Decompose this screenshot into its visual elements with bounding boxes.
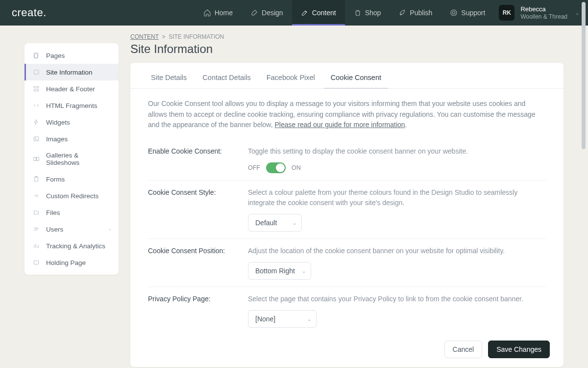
- setting-position: Cookie Consent Position: Adjust the loca…: [148, 239, 546, 287]
- chevron-right-icon: ›: [109, 227, 111, 232]
- privacy-select[interactable]: [None] ⌄: [248, 310, 317, 328]
- user-menu[interactable]: RK Rebecca Woollen & Thread ⌄: [494, 0, 588, 26]
- toggle-knob: [276, 163, 285, 172]
- breadcrumb: CONTENT > SITE INFORMATION: [130, 31, 564, 41]
- sidebar-item-widgets[interactable]: Widgets: [24, 114, 119, 131]
- nav-content[interactable]: Content: [292, 0, 345, 26]
- setting-label: Cookie Consent Position:: [148, 246, 236, 280]
- svg-point-14: [37, 228, 38, 229]
- tab-bar: Site Details Contact Details Facebook Pi…: [130, 63, 564, 89]
- nav-design[interactable]: Design: [242, 0, 292, 26]
- user-subtitle: Woollen & Thread: [520, 13, 567, 20]
- intro-text: Our Cookie Consent tool allows you to di…: [148, 99, 546, 131]
- tab-contact-details[interactable]: Contact Details: [196, 70, 257, 88]
- svg-rect-10: [37, 158, 39, 161]
- nav-publish[interactable]: Publish: [390, 0, 441, 26]
- settings-panel: Site Details Contact Details Facebook Pi…: [130, 63, 564, 367]
- select-value: Bottom Right: [255, 267, 295, 275]
- edit-icon: [301, 9, 309, 17]
- gallery-icon: [32, 155, 40, 163]
- sidebar-item-files[interactable]: Files: [24, 204, 119, 221]
- content-sidebar: Pages Site Information Header & Footer H…: [24, 43, 119, 275]
- brand-name: create: [12, 6, 43, 19]
- svg-rect-5: [34, 86, 38, 88]
- cancel-button[interactable]: Cancel: [444, 341, 483, 358]
- svg-rect-6: [34, 90, 38, 91]
- avatar: RK: [499, 5, 514, 21]
- main-column: CONTENT > SITE INFORMATION Site Informat…: [130, 31, 564, 368]
- enable-toggle-row: OFF ON: [248, 162, 546, 173]
- sidebar-item-tracking[interactable]: Tracking & Analytics: [24, 237, 119, 254]
- sidebar-item-galleries[interactable]: Galleries & Slideshows: [24, 147, 119, 171]
- user-name: Rebecca: [520, 5, 567, 13]
- enable-cookie-toggle[interactable]: [266, 162, 286, 173]
- select-value: Default: [255, 219, 277, 227]
- sidebar-item-forms[interactable]: Forms: [24, 171, 119, 187]
- sidebar-item-label: Holding Page: [46, 259, 86, 266]
- svg-point-8: [35, 138, 36, 139]
- setting-privacy: Privacy Policy Page: Select the page tha…: [148, 287, 546, 335]
- nav-label: Home: [215, 9, 233, 17]
- toggle-on-label: ON: [292, 164, 301, 171]
- page-title: Site Information: [130, 42, 564, 56]
- nav-support[interactable]: Support: [441, 0, 494, 26]
- sidebar-item-label: Site Information: [46, 69, 93, 76]
- layout-icon: [32, 85, 40, 93]
- lifebuoy-icon: [450, 9, 458, 17]
- breadcrumb-sep: >: [162, 33, 165, 40]
- breadcrumb-root[interactable]: CONTENT: [130, 33, 159, 40]
- tab-site-details[interactable]: Site Details: [144, 70, 194, 88]
- intro-guide-link[interactable]: Please read our guide for more informati…: [274, 121, 405, 129]
- sidebar-item-label: Files: [46, 209, 60, 216]
- setting-style: Cookie Consent Style: Select a colour pa…: [148, 181, 546, 239]
- sidebar-item-pages[interactable]: Pages: [24, 47, 119, 64]
- sidebar-item-label: Pages: [46, 52, 65, 59]
- bolt-icon: [32, 118, 40, 126]
- setting-desc: Select the page that contains your Priva…: [248, 294, 546, 304]
- nav-home[interactable]: Home: [195, 0, 242, 26]
- svg-point-1: [453, 11, 455, 14]
- sidebar-item-redirects[interactable]: Custom Redirects: [24, 187, 119, 204]
- chevron-down-icon: ⌄: [293, 220, 296, 226]
- image-icon: [32, 135, 40, 143]
- brush-icon: [250, 9, 258, 17]
- home-icon: [203, 9, 211, 17]
- save-button[interactable]: Save Changes: [488, 341, 550, 358]
- style-select[interactable]: Default ⌄: [248, 214, 302, 232]
- sidebar-item-label: Custom Redirects: [46, 192, 98, 200]
- sidebar-item-label: Forms: [46, 176, 65, 183]
- sidebar-item-html-fragments[interactable]: HTML Fragments: [24, 97, 119, 114]
- code-icon: [32, 102, 40, 109]
- setting-desc: Select a colour palette from your theme …: [248, 187, 546, 208]
- sidebar-item-label: Galleries & Slideshows: [46, 152, 111, 166]
- sidebar-item-holding-page[interactable]: Holding Page: [24, 254, 119, 271]
- sidebar-item-images[interactable]: Images: [24, 131, 119, 147]
- position-select[interactable]: Bottom Right ⌄: [248, 262, 311, 280]
- tab-facebook-pixel[interactable]: Facebook Pixel: [260, 70, 322, 88]
- nav-label: Design: [262, 9, 283, 17]
- form-actions: Cancel Save Changes: [130, 338, 564, 358]
- scrollbar[interactable]: [580, 0, 587, 368]
- sidebar-item-header-footer[interactable]: Header & Footer: [24, 80, 119, 97]
- chevron-down-icon: ⌄: [307, 316, 311, 322]
- sidebar-item-label: HTML Fragments: [46, 102, 98, 109]
- svg-rect-15: [34, 261, 38, 264]
- pages-icon: [32, 52, 40, 59]
- brand-dot: .: [43, 6, 47, 19]
- svg-point-0: [451, 10, 457, 16]
- brand-logo[interactable]: create.: [0, 0, 58, 26]
- svg-point-13: [35, 228, 37, 230]
- sidebar-item-users[interactable]: Users ›: [24, 221, 119, 237]
- sidebar-item-label: Widgets: [46, 119, 70, 126]
- sidebar-item-label: Tracking & Analytics: [46, 242, 105, 250]
- scrollbar-thumb[interactable]: [582, 2, 586, 149]
- page-scroll[interactable]: Pages Site Information Header & Footer H…: [0, 26, 588, 368]
- chart-icon: [32, 242, 40, 250]
- tab-cookie-consent[interactable]: Cookie Consent: [324, 70, 388, 88]
- sidebar-item-site-information[interactable]: Site Information: [24, 64, 119, 80]
- nav-shop[interactable]: Shop: [345, 0, 390, 26]
- topbar: create. Home Design Content Shop: [0, 0, 588, 26]
- select-value: [None]: [255, 315, 275, 323]
- clipboard-icon: [32, 175, 40, 183]
- sidebar-item-label: Images: [46, 135, 68, 143]
